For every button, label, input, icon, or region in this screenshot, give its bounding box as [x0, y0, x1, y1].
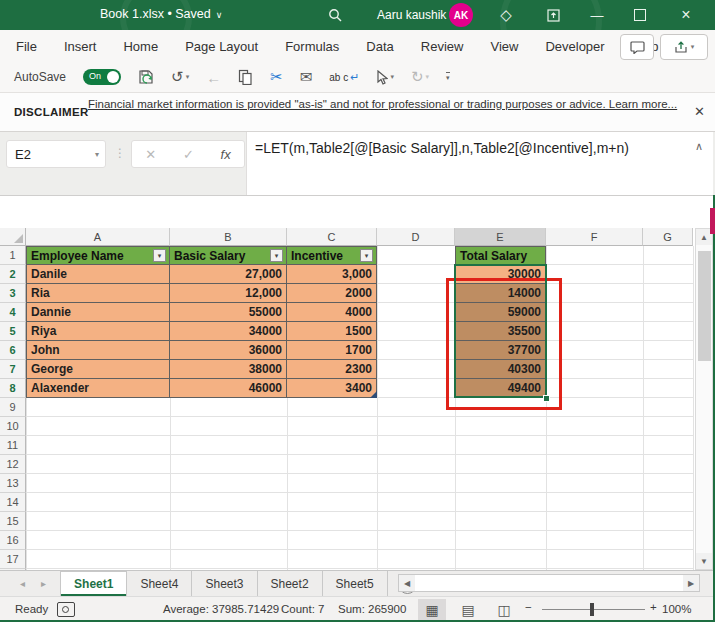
filter-dropdown-icon[interactable]: ▾	[153, 249, 166, 262]
table-resize-handle[interactable]	[370, 391, 377, 398]
row-header-10[interactable]: 10	[0, 417, 26, 436]
row-header-6[interactable]: 6	[0, 341, 26, 360]
ribbon-tab-review[interactable]: Review	[421, 39, 464, 54]
cell-B3[interactable]: 12,000	[170, 284, 287, 303]
column-header-A[interactable]: A	[26, 228, 170, 246]
chevron-down-icon[interactable]: ▾	[95, 150, 99, 159]
collapse-formula-bar-icon[interactable]: ∧	[695, 140, 703, 153]
row-header-9[interactable]: 9	[0, 398, 26, 417]
row-header-15[interactable]: 15	[0, 512, 26, 531]
page-break-view-button[interactable]: ◫	[490, 599, 518, 620]
fill-handle[interactable]	[543, 395, 550, 402]
zoom-slider-thumb[interactable]	[590, 603, 594, 616]
column-header-F[interactable]: F	[546, 228, 643, 246]
next-sheet-icon[interactable]: ▸	[41, 578, 46, 589]
document-title[interactable]: Book 1.xlsx • Saved∨	[100, 7, 222, 21]
cancel-icon[interactable]: ✕	[145, 147, 156, 162]
row-header-4[interactable]: 4	[0, 303, 26, 322]
column-header-D[interactable]: D	[377, 228, 455, 246]
row-header-2[interactable]: 2	[0, 265, 26, 284]
copy-icon[interactable]	[238, 69, 253, 85]
column-header-B[interactable]: B	[170, 228, 287, 246]
minimize-button[interactable]: —	[584, 0, 610, 30]
cell-E2[interactable]: 30000	[455, 265, 546, 284]
cell-E4[interactable]: 59000	[455, 303, 546, 322]
vertical-scroll-thumb[interactable]	[698, 251, 711, 361]
row-header-1[interactable]: 1	[0, 246, 26, 265]
table-header-total[interactable]: Total Salary	[455, 246, 546, 265]
row-header-13[interactable]: 13	[0, 474, 26, 493]
cell-C3[interactable]: 2000	[287, 284, 377, 303]
cell-E3[interactable]: 14000	[455, 284, 546, 303]
cut-icon[interactable]: ✂	[270, 68, 283, 86]
sheet-tab-sheet3[interactable]: Sheet3	[192, 571, 257, 596]
filter-dropdown-icon[interactable]: ▾	[270, 249, 283, 262]
zoom-in-icon[interactable]: +	[650, 601, 657, 613]
row-header-7[interactable]: 7	[0, 360, 26, 379]
close-icon[interactable]: ✕	[694, 104, 705, 119]
ribbon-tab-file[interactable]: File	[16, 39, 37, 54]
page-layout-view-button[interactable]: ▤	[454, 599, 482, 620]
comments-button[interactable]	[620, 34, 654, 60]
cell-B7[interactable]: 38000	[170, 360, 287, 379]
prev-sheet-icon[interactable]: ◂	[20, 578, 25, 589]
row-header-16[interactable]: 16	[0, 531, 26, 550]
cell-A2[interactable]: Danile	[26, 265, 170, 284]
row-header-8[interactable]: 8	[0, 379, 26, 398]
scroll-left-icon[interactable]: ◀	[399, 575, 415, 591]
row-header-3[interactable]: 3	[0, 284, 26, 303]
row-header-17[interactable]: 17	[0, 550, 26, 569]
gem-icon[interactable]: ◇	[493, 0, 519, 30]
column-header-E[interactable]: E	[455, 228, 546, 246]
cell-B2[interactable]: 27,000	[170, 265, 287, 284]
column-header-G[interactable]: G	[643, 228, 693, 246]
cell-E6[interactable]: 37700	[455, 341, 546, 360]
formula-input-area[interactable]: =LET(m,Table2[@[Basic Salary]],n,Table2[…	[246, 132, 713, 195]
cell-C4[interactable]: 4000	[287, 303, 377, 322]
cell-B6[interactable]: 36000	[170, 341, 287, 360]
customize-toolbar-icon[interactable]: ▾	[446, 72, 450, 82]
cell-B8[interactable]: 46000	[170, 379, 287, 398]
cell-B4[interactable]: 55000	[170, 303, 287, 322]
row-header-5[interactable]: 5	[0, 322, 26, 341]
cell-E5[interactable]: 35500	[455, 322, 546, 341]
cell-C5[interactable]: 1500	[287, 322, 377, 341]
ribbon-display-options-icon[interactable]	[540, 0, 566, 30]
search-icon[interactable]	[325, 0, 345, 30]
cell-E8[interactable]: 49400	[455, 379, 546, 398]
normal-view-button[interactable]: ▦	[418, 599, 446, 620]
column-header-C[interactable]: C	[287, 228, 377, 246]
cell-C8[interactable]: 3400	[287, 379, 377, 398]
zoom-level[interactable]: 100%	[662, 603, 691, 615]
formula-text[interactable]: =LET(m,Table2[@[Basic Salary]],n,Table2[…	[255, 135, 697, 161]
ribbon-tab-formulas[interactable]: Formulas	[285, 39, 339, 54]
row-header-12[interactable]: 12	[0, 455, 26, 474]
scroll-down-icon[interactable]: ▼	[696, 553, 712, 569]
vertical-scrollbar[interactable]: ▲ ▼	[695, 228, 713, 570]
sheet-tab-sheet1[interactable]: Sheet1	[60, 571, 127, 596]
user-name[interactable]: Aaru kaushik	[377, 8, 446, 22]
cell-C2[interactable]: 3,000	[287, 265, 377, 284]
cell-A4[interactable]: Dannie	[26, 303, 170, 322]
name-box[interactable]: E2 ▾	[6, 140, 106, 168]
sheet-tab-sheet2[interactable]: Sheet2	[258, 571, 323, 596]
cell-A3[interactable]: Ria	[26, 284, 170, 303]
cell-E7[interactable]: 40300	[455, 360, 546, 379]
row-header-11[interactable]: 11	[0, 436, 26, 455]
row-header-14[interactable]: 14	[0, 493, 26, 512]
cell-C6[interactable]: 1700	[287, 341, 377, 360]
ribbon-tab-home[interactable]: Home	[123, 39, 158, 54]
autosave-toggle[interactable]: On	[83, 69, 121, 85]
cell-A7[interactable]: George	[26, 360, 170, 379]
disclaimer-link[interactable]: Financial market information is provided…	[88, 97, 680, 112]
ribbon-tab-data[interactable]: Data	[366, 39, 393, 54]
horizontal-scrollbar[interactable]: ◀ ▶	[398, 574, 700, 592]
spreadsheet-grid[interactable]: ABCDEFG 123456789101112131415161718 Empl…	[0, 228, 715, 570]
replace-icon[interactable]: ab c↵	[329, 73, 359, 82]
macro-record-icon[interactable]	[57, 602, 75, 617]
sheet-tab-sheet4[interactable]: Sheet4	[127, 571, 192, 596]
cell-A8[interactable]: Alaxender	[26, 379, 170, 398]
ribbon-tab-insert[interactable]: Insert	[64, 39, 97, 54]
table-header-0[interactable]: Employee Name	[26, 246, 170, 265]
maximize-button[interactable]	[627, 0, 653, 30]
